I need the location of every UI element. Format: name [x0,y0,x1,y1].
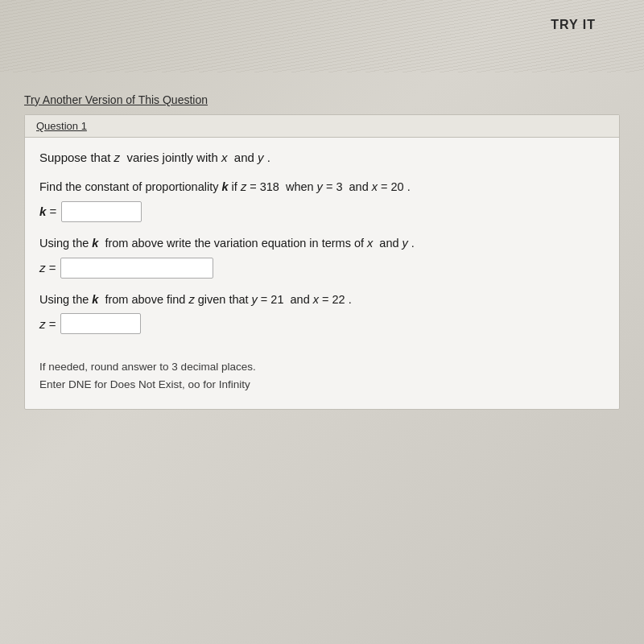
question-card: Question 1 Suppose that z varies jointly… [24,114,620,410]
k-bold-1: k [222,180,229,193]
question-header: Question 1 [25,115,619,138]
part2-input[interactable] [60,258,213,279]
main-content: Try Another Version of This Question Que… [24,93,620,410]
part3-answer-row: z = [39,313,605,334]
var-y-intro: y [258,151,264,164]
x-eq: x [372,180,378,193]
question-intro: Suppose that z varies jointly with x and… [39,151,605,164]
question-part-2: Using the k from above write the variati… [39,235,605,279]
question-part-3: Using the k from above find z given that… [39,291,605,335]
var-y-3: y [252,293,258,306]
part3-input[interactable] [60,313,141,334]
var-z-3: z [188,293,194,306]
page-background: TRY IT Try Another Version of This Quest… [0,0,644,644]
page-title: TRY IT [551,18,596,32]
part2-answer-row: z = [39,258,605,279]
var-y-2: y [402,237,408,250]
k-bold-3: k [92,293,98,306]
z-eq: z [241,180,246,193]
part2-answer-label: z = [39,261,56,275]
y-eq: y [317,180,323,193]
k-bold-2: k [92,237,98,250]
var-x-intro: x [221,151,228,164]
hint-line2: Enter DNE for Does Not Exist, oo for Inf… [39,376,605,394]
part1-answer-label: k = [39,204,56,218]
part2-text: Using the k from above write the variati… [39,235,605,253]
part1-text: Find the constant of proportionality k i… [39,179,605,196]
question-part-1: Find the constant of proportionality k i… [39,179,605,222]
var-x-2: x [367,237,373,250]
hint-box: If needed, round answer to 3 decimal pla… [39,350,605,396]
part1-input[interactable] [61,201,142,222]
question-body: Suppose that z varies jointly with x and… [25,138,619,409]
try-another-link[interactable]: Try Another Version of This Question [24,93,208,106]
texture-decoration [0,0,644,72]
var-x-3: x [313,293,319,306]
var-z-intro: z [114,151,121,164]
part3-text: Using the k from above find z given that… [39,291,605,309]
part1-answer-row: k = [39,201,605,222]
part3-answer-label: z = [39,317,56,331]
hint-line1: If needed, round answer to 3 decimal pla… [39,358,605,376]
